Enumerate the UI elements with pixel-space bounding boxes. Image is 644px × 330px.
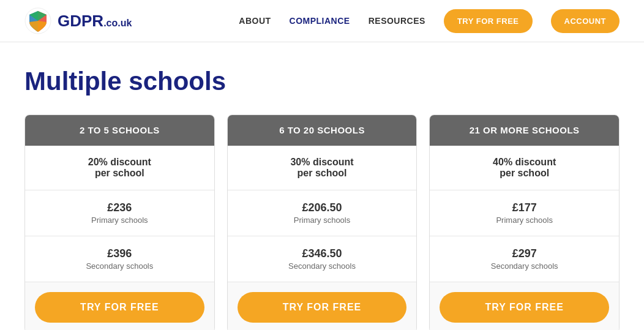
- card-body-2-5: 20% discount per school £236 Primary sch…: [25, 146, 214, 282]
- secondary-label-6-20: Secondary schools: [238, 261, 407, 271]
- primary-label-6-20: Primary schools: [238, 216, 407, 225]
- nav-resources[interactable]: RESOURCES: [369, 16, 425, 26]
- secondary-price-section-6-20: £346.50 Secondary schools: [228, 236, 417, 282]
- card-tier-label-2-5: 2 TO 5 SCHOOLS: [80, 125, 160, 135]
- secondary-label-2-5: Secondary schools: [35, 261, 204, 271]
- card-footer-6-20: TRY FOR FREE: [228, 282, 417, 330]
- logo[interactable]: GDPR.co.uk: [24, 7, 132, 34]
- secondary-price-2-5: £396: [35, 247, 204, 260]
- card-tier-label-21-more: 21 OR MORE SCHOOLS: [470, 125, 580, 135]
- secondary-label-21-more: Secondary schools: [440, 261, 609, 271]
- primary-price-section-2-5: £236 Primary schools: [25, 190, 214, 236]
- logo-wordmark: GDPR.co.uk: [58, 12, 132, 31]
- discount-section-21-more: 40% discount per school: [430, 146, 619, 190]
- primary-price-6-20: £206.50: [238, 201, 407, 214]
- page-title: Multiple schools: [24, 67, 620, 96]
- card-footer-2-5: TRY FOR FREE: [25, 282, 214, 330]
- try-free-button-2-5[interactable]: TRY FOR FREE: [35, 292, 204, 323]
- card-header-6-20: 6 TO 20 SCHOOLS: [228, 115, 417, 146]
- logo-icon: [24, 7, 51, 34]
- card-body-21-more: 40% discount per school £177 Primary sch…: [430, 146, 619, 282]
- card-tier-label-6-20: 6 TO 20 SCHOOLS: [279, 125, 365, 135]
- secondary-price-section-2-5: £396 Secondary schools: [25, 236, 214, 282]
- card-header-21-more: 21 OR MORE SCHOOLS: [430, 115, 619, 146]
- try-free-button-21-more[interactable]: TRY FOR FREE: [440, 292, 609, 323]
- nav-compliance[interactable]: COMPLIANCE: [290, 16, 350, 26]
- discount-line1-6-20: 30% discount: [238, 157, 407, 168]
- primary-price-2-5: £236: [35, 201, 204, 214]
- discount-line1-2-5: 20% discount: [35, 157, 204, 168]
- secondary-price-21-more: £297: [440, 247, 609, 260]
- card-6-20-schools: 6 TO 20 SCHOOLS 30% discount per school …: [227, 114, 417, 330]
- nav-about[interactable]: ABOUT: [239, 16, 271, 26]
- try-free-button-6-20[interactable]: TRY FOR FREE: [238, 292, 407, 323]
- primary-price-21-more: £177: [440, 201, 609, 214]
- main-content: Multiple schools 2 TO 5 SCHOOLS 20% disc…: [0, 42, 644, 330]
- discount-section-6-20: 30% discount per school: [228, 146, 417, 190]
- header-account-button[interactable]: ACCOUNT: [551, 9, 620, 33]
- card-header-2-5: 2 TO 5 SCHOOLS: [25, 115, 214, 146]
- primary-price-section-21-more: £177 Primary schools: [430, 190, 619, 236]
- card-footer-21-more: TRY FOR FREE: [430, 282, 619, 330]
- primary-label-2-5: Primary schools: [35, 216, 204, 225]
- main-nav: ABOUT COMPLIANCE RESOURCES TRY FOR FREE …: [239, 9, 620, 33]
- discount-section-2-5: 20% discount per school: [25, 146, 214, 190]
- primary-price-section-6-20: £206.50 Primary schools: [228, 190, 417, 236]
- discount-line2-21-more: per school: [440, 168, 609, 179]
- discount-line1-21-more: 40% discount: [440, 157, 609, 168]
- discount-line2-2-5: per school: [35, 168, 204, 179]
- pricing-cards: 2 TO 5 SCHOOLS 20% discount per school £…: [24, 114, 620, 330]
- card-body-6-20: 30% discount per school £206.50 Primary …: [228, 146, 417, 282]
- card-2-5-schools: 2 TO 5 SCHOOLS 20% discount per school £…: [24, 114, 215, 330]
- header-try-for-free-button[interactable]: TRY FOR FREE: [444, 9, 533, 33]
- site-header: GDPR.co.uk ABOUT COMPLIANCE RESOURCES TR…: [0, 0, 644, 42]
- discount-line2-6-20: per school: [238, 168, 407, 179]
- secondary-price-6-20: £346.50: [238, 247, 407, 260]
- card-21-more-schools: 21 OR MORE SCHOOLS 40% discount per scho…: [429, 114, 620, 330]
- secondary-price-section-21-more: £297 Secondary schools: [430, 236, 619, 282]
- primary-label-21-more: Primary schools: [440, 216, 609, 225]
